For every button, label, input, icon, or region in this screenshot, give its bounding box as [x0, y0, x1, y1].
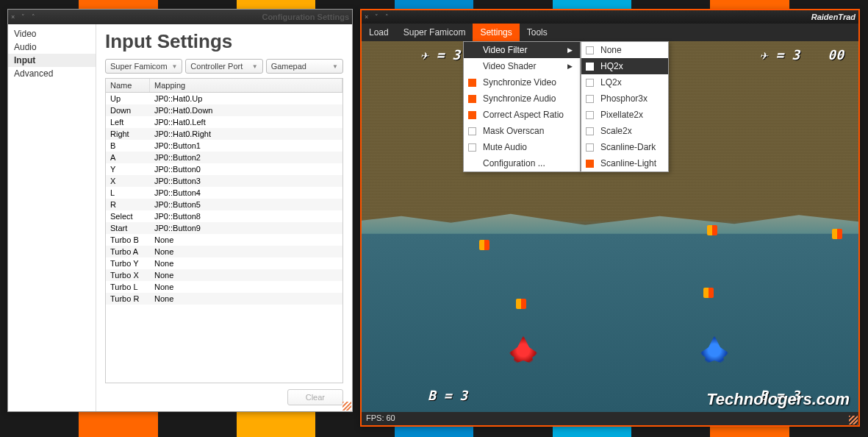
menuitem-synchronize-audio[interactable]: Synchronize Audio [464, 90, 580, 107]
cell-mapping: JP0::Button1 [150, 140, 342, 152]
sidebar-item-audio[interactable]: Audio [8, 40, 96, 54]
device-select[interactable]: Gamepad▼ [266, 59, 343, 74]
cell-name: X [106, 175, 150, 187]
menuitem-label: Video Shader [483, 61, 537, 71]
close-icon[interactable]: × [365, 13, 372, 21]
menuitem-scale2x[interactable]: Scale2x [581, 123, 668, 139]
table-row[interactable]: UpJP0::Hat0.Up [106, 93, 342, 104]
port-select[interactable]: Controller Port▼ [185, 59, 262, 74]
menu-load[interactable]: Load [362, 24, 396, 41]
menuitem-lq2x[interactable]: LQ2x [581, 74, 668, 90]
p1-bombs: B = 3 [428, 388, 467, 403]
table-row[interactable]: Turbo LNone [106, 281, 342, 293]
emu-titlebar[interactable]: × ˅ ˄ RaidenTrad [362, 10, 858, 24]
maximize-icon[interactable]: ˄ [32, 13, 39, 21]
menuitem-label: HQ2x [600, 61, 623, 71]
cell-mapping: JP0::Button5 [150, 199, 342, 210]
watermark: Technologers.com [706, 390, 850, 409]
col-header-mapping[interactable]: Mapping [150, 79, 342, 92]
sidebar-item-video[interactable]: Video [8, 27, 96, 40]
clear-button[interactable]: Clear [287, 389, 343, 405]
table-row[interactable]: StartJP0::Button9 [106, 222, 342, 234]
cell-mapping: None [150, 257, 342, 269]
maximize-icon[interactable]: ˄ [385, 13, 392, 21]
sidebar-item-input[interactable]: Input [8, 54, 96, 67]
cell-name: Down [106, 104, 150, 116]
menuitem-scanline-dark[interactable]: Scanline-Dark [581, 139, 668, 155]
checkbox-icon [586, 111, 594, 119]
menuitem-video-filter[interactable]: Video Filter▶ [464, 42, 580, 58]
table-row[interactable]: RJP0::Button5 [106, 199, 342, 210]
menuitem-label: Configuration ... [483, 158, 545, 168]
menu-tools[interactable]: Tools [520, 24, 555, 41]
cell-name: Right [106, 128, 150, 140]
table-row[interactable]: Turbo BNone [106, 234, 342, 246]
checkbox-icon [586, 79, 594, 87]
checkbox-icon [468, 127, 476, 135]
cell-mapping: JP0::Button0 [150, 163, 342, 175]
table-row[interactable]: BJP0::Button1 [106, 140, 342, 152]
menuitem-correct-aspect-ratio[interactable]: Correct Aspect Ratio [464, 107, 580, 123]
menuitem-synchronize-video[interactable]: Synchronize Video [464, 74, 580, 90]
resize-grip[interactable] [849, 416, 858, 424]
menuitem-configuration-[interactable]: Configuration ... [464, 155, 580, 171]
cell-mapping: None [150, 293, 342, 305]
cell-name: A [106, 152, 150, 163]
table-row[interactable]: DownJP0::Hat0.Down [106, 104, 342, 116]
table-row[interactable]: Turbo RNone [106, 293, 342, 305]
table-row[interactable]: LJP0::Button4 [106, 187, 342, 199]
close-icon[interactable]: × [11, 13, 18, 21]
config-titlebar[interactable]: × ˅ ˄ Configuration Settings [8, 10, 352, 24]
table-row[interactable]: LeftJP0::Hat0.Left [106, 116, 342, 128]
cell-name: Start [106, 222, 150, 234]
menuitem-label: Video Filter [483, 45, 527, 55]
menuitem-phosphor3x[interactable]: Phosphor3x [581, 90, 668, 107]
cell-mapping: None [150, 234, 342, 246]
minimize-icon[interactable]: ˅ [375, 13, 382, 21]
settings-dropdown: Video Filter▶Video Shader▶Synchronize Vi… [463, 41, 581, 172]
menuitem-label: Scanline-Dark [600, 142, 656, 152]
checkbox-icon [586, 160, 594, 168]
col-header-name[interactable]: Name [106, 79, 150, 92]
minimize-icon[interactable]: ˅ [21, 13, 29, 21]
system-select[interactable]: Super Famicom▼ [105, 59, 182, 74]
menuitem-pixellate2x[interactable]: Pixellate2x [581, 107, 668, 123]
sidebar-item-advanced[interactable]: Advanced [8, 67, 96, 80]
resize-grip[interactable] [342, 402, 351, 411]
config-title: Configuration Settings [262, 13, 349, 21]
menuitem-scanline-light[interactable]: Scanline-Light [581, 155, 668, 171]
menu-settings[interactable]: Settings [473, 24, 519, 41]
chevron-down-icon: ▼ [332, 63, 338, 70]
menuitem-label: Scale2x [600, 126, 632, 136]
table-row[interactable]: Turbo YNone [106, 257, 342, 269]
table-row[interactable]: SelectJP0::Button8 [106, 210, 342, 222]
status-bar: FPS: 60 [362, 412, 858, 425]
menuitem-label: Scanline-Light [600, 158, 656, 168]
menuitem-label: Phosphor3x [600, 93, 648, 104]
table-row[interactable]: XJP0::Button3 [106, 175, 342, 187]
cell-name: Up [106, 93, 150, 104]
menuitem-hq2x[interactable]: HQ2x [581, 58, 668, 74]
table-row[interactable]: Turbo XNone [106, 269, 342, 281]
menuitem-mask-overscan[interactable]: Mask Overscan [464, 123, 580, 139]
table-row[interactable]: RightJP0::Hat0.Right [106, 128, 342, 140]
table-row[interactable]: AJP0::Button2 [106, 152, 342, 163]
cell-name: Left [106, 116, 150, 128]
cell-name: Turbo A [106, 246, 150, 257]
pickup-icon [703, 288, 714, 298]
chevron-right-icon: ▶ [567, 46, 573, 54]
mapping-table[interactable]: Name Mapping UpJP0::Hat0.UpDownJP0::Hat0… [105, 78, 343, 383]
config-window: × ˅ ˄ Configuration Settings VideoAudioI… [7, 9, 353, 412]
menuitem-label: Correct Aspect Ratio [483, 110, 564, 120]
cell-name: Turbo Y [106, 257, 150, 269]
cell-mapping: JP0::Button8 [150, 210, 342, 222]
menu-super-famicom[interactable]: Super Famicom [396, 24, 473, 41]
menuitem-mute-audio[interactable]: Mute Audio [464, 139, 580, 155]
checkbox-icon [586, 63, 594, 71]
table-row[interactable]: Turbo ANone [106, 246, 342, 257]
checkbox-icon [586, 95, 594, 103]
menuitem-video-shader[interactable]: Video Shader▶ [464, 58, 580, 74]
menuitem-none[interactable]: None [581, 42, 668, 58]
table-row[interactable]: YJP0::Button0 [106, 163, 342, 175]
emu-menubar: LoadSuper FamicomSettingsTools [362, 24, 858, 41]
